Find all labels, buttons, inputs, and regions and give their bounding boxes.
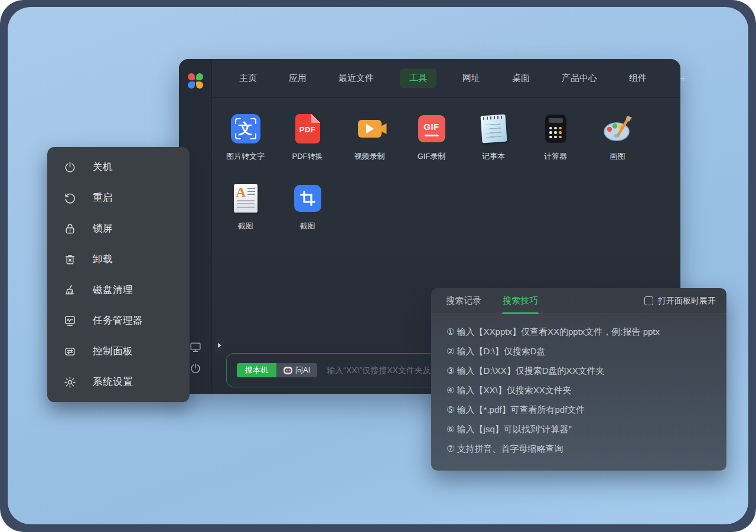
tab-recent-files[interactable]: 最近文件 (333, 68, 380, 88)
monitor-icon[interactable] (189, 341, 202, 354)
menu-item-label: 磁盘清理 (93, 283, 133, 296)
tip-item: ① 输入【XXpptx】仅查看XX的pptx文件，例:报告 pptx (447, 322, 712, 341)
menu-item-task-manager[interactable]: 任务管理器 (47, 305, 190, 336)
tab-components[interactable]: 组件 (623, 68, 653, 88)
ask-ai-button[interactable]: 问AI (276, 363, 317, 377)
doc-lines (247, 188, 255, 195)
scan-corner (250, 118, 256, 124)
disk-cleanup-broom-icon (63, 283, 77, 297)
calc-keys (549, 126, 563, 139)
tip-item: ⑤ 输入【*.pdf】可查看所有pdf文件 (447, 400, 712, 419)
tool-gif-record[interactable]: GIF GIF录制 (400, 113, 462, 162)
uninstall-trash-icon (63, 253, 77, 266)
page-fold (311, 114, 320, 123)
tips-list: ① 输入【XXpptx】仅查看XX的pptx文件，例:报告 pptx ② 输入【… (431, 314, 726, 458)
app-logo-icon[interactable] (188, 73, 203, 89)
tab-home[interactable]: 主页 (233, 68, 263, 88)
checkbox-label: 打开面板时展开 (658, 296, 716, 306)
tool-pdf-convert[interactable]: PDF PDF转换 (276, 113, 338, 162)
tool-label: 图片转文字 (226, 151, 265, 162)
restart-icon (63, 191, 77, 205)
logo-petal-blue (188, 81, 195, 89)
tool-screenshot-crop[interactable]: 截图 (276, 183, 338, 231)
add-tab-button[interactable]: + (674, 68, 692, 89)
tool-label: GIF录制 (418, 151, 446, 162)
tools-grid: 文 图片转文字 PDF PDF转换 视频录制 G (212, 98, 680, 231)
tip-item: ④ 输入【XX\】仅搜索XX文件夹 (447, 380, 712, 400)
settings-gear-icon (63, 376, 77, 389)
tool-label: 截图 (238, 221, 253, 231)
menu-item-label: 任务管理器 (93, 314, 143, 327)
logo-petal-red (188, 73, 195, 80)
menu-item-label: 锁屏 (93, 222, 113, 235)
control-panel-icon (63, 345, 77, 358)
robot-icon (284, 367, 292, 374)
scan-corner (250, 133, 256, 139)
checkbox-unchecked[interactable] (644, 296, 653, 305)
power-icon[interactable] (189, 362, 202, 375)
logo-petal-green (196, 73, 203, 80)
tool-calculator[interactable]: 计算器 (524, 113, 586, 162)
menu-item-lock-screen[interactable]: 锁屏 (47, 213, 190, 244)
notepad-icon (480, 115, 507, 143)
tool-label: 截图 (300, 221, 315, 231)
crop-icon (294, 185, 321, 212)
tool-paint[interactable]: 画图 (586, 113, 649, 162)
tool-notepad[interactable]: 记事本 (462, 113, 524, 162)
search-mode-switch: 搜本机 问AI (237, 363, 317, 377)
scan-corner (235, 133, 241, 139)
menu-item-label: 控制面板 (93, 345, 133, 358)
menu-item-shutdown[interactable]: 关机 (47, 152, 190, 182)
menu-item-label: 关机 (93, 161, 113, 174)
scan-corner (235, 118, 241, 124)
menu-item-label: 系统设置 (93, 376, 133, 389)
pdf-convert-icon: PDF (295, 114, 320, 143)
tool-label: 记事本 (482, 151, 505, 162)
tab-apps[interactable]: 应用 (283, 68, 312, 88)
lock-icon (63, 222, 77, 236)
menu-item-control-panel[interactable]: 控制面板 (47, 336, 190, 367)
video-record-icon (358, 120, 382, 138)
image-to-text-icon: 文 (231, 114, 260, 143)
camera-lens (381, 123, 387, 134)
tip-item: ⑥ 输入【jsq】可以找到“计算器” (447, 419, 712, 439)
tab-search-history[interactable]: 搜索记录 (446, 288, 481, 314)
tool-image-to-text[interactable]: 文 图片转文字 (214, 113, 276, 162)
menu-item-restart[interactable]: 重启 (47, 182, 190, 213)
screenshot-canvas: 主页 应用 最近文件 工具 网址 桌面 产品中心 组件 + 文 图片转文字 (0, 0, 756, 532)
calculator-icon (545, 115, 566, 143)
power-context-menu: 关机 重启 锁屏 卸载 磁盘清理 (47, 147, 190, 402)
tips-panel-header: 搜索记录 搜索技巧 打开面板时展开 (431, 288, 726, 314)
tool-video-record[interactable]: 视频录制 (338, 113, 400, 162)
tab-bar: 主页 应用 最近文件 工具 网址 桌面 产品中心 组件 + (212, 59, 680, 98)
tool-label: 画图 (610, 151, 625, 162)
paint-palette-icon (602, 113, 633, 144)
search-local-button[interactable]: 搜本机 (237, 363, 276, 377)
play-triangle (366, 124, 374, 133)
tool-label: 计算器 (544, 151, 567, 162)
menu-item-disk-cleanup[interactable]: 磁盘清理 (47, 275, 190, 305)
logo-petal-orange (196, 81, 203, 89)
wordpad-document-icon: A (234, 184, 258, 213)
pdf-glyph: PDF (299, 125, 316, 134)
menu-item-uninstall[interactable]: 卸载 (47, 244, 190, 275)
tab-tools[interactable]: 工具 (400, 68, 436, 88)
doc-letter-glyph: A (236, 185, 246, 200)
menu-item-system-settings[interactable]: 系统设置 (47, 367, 190, 397)
tool-label: PDF转换 (292, 151, 323, 162)
tab-urls[interactable]: 网址 (457, 68, 486, 88)
expand-arrow-icon[interactable] (215, 338, 224, 353)
tip-item: ⑦ 支持拼音、首字母缩略查询 (447, 439, 712, 458)
power-icon (63, 161, 77, 174)
gif-underline (425, 135, 439, 136)
tool-screenshot-doc[interactable]: A 截图 (214, 183, 276, 231)
tool-label: 视频录制 (354, 151, 385, 162)
tab-desktop[interactable]: 桌面 (506, 68, 536, 88)
ask-ai-label: 问AI (295, 365, 310, 375)
tab-product-center[interactable]: 产品中心 (556, 68, 603, 88)
tab-search-tips[interactable]: 搜索技巧 (503, 288, 538, 314)
calc-screen (549, 118, 563, 123)
task-manager-icon (63, 314, 77, 328)
tip-item: ③ 输入【D:\XX】仅搜索D盘的XX文件夹 (447, 361, 712, 380)
expand-on-open-option[interactable]: 打开面板时展开 (644, 296, 716, 306)
